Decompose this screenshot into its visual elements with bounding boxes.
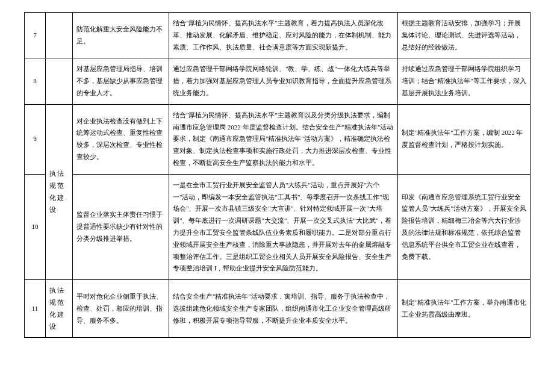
table-row: 10监督企业落实主体责任习惯于提普适性要求缺少有针对性的分类分级推进举措。一是在… [25,174,531,279]
issue-cell: 对企业执法检查没有做到上下统筹运动式检查、重复性检查较多，深层次检查、专业性检查… [73,104,169,174]
plan-cell: 结合安全生产"精准执法年"活动要求，寓培训、指导、服务于执法检查中，选拔组建危化… [169,280,398,338]
plan-cell: 通过应急管理干部网络学院网络轮训、"教、学、练、战"一体化大练兵等举措，着力加强… [169,58,398,104]
row-number: 10 [25,174,46,279]
progress-cell: 制定"精准执法年"工作方案，举办南通市化工企业筠霞高级由摩班。 [398,280,531,338]
category-cell: 执法规范化建设 [46,280,73,338]
category-cell [46,13,73,58]
issue-cell: 监督企业落实主体责任习惯于提普适性要求缺少有针对性的分类分级推进举措。 [73,174,169,279]
plan-cell: 结合"厚植为民情怀、提高执法水平"主题教育，着力提高执法人员深化改革、推动发展、… [169,13,398,58]
category-cell: 执法规范化建设 [46,104,73,279]
progress-cell: 印发《南通市应急管理系统工贸行业安全监管人员"大练兵"活动方案》，开展安全风险报… [398,174,531,279]
table-row: 7防范化解重大安全风险能力不足。结合"厚植为民情怀、提高执法水平"主题教育，着力… [25,13,531,58]
plan-cell: 一是在全市工贸行业开展安全监管人员"大练兵"活动，重点开展好"六个一"活动，即编… [169,174,398,279]
row-number: 11 [25,280,46,338]
issue-cell: 平时对危化企业侧重于执法、检查、处罚，相应的培训、指导、服务不多。 [73,280,169,338]
row-number: 8 [25,58,46,104]
document-table: 7防范化解重大安全风险能力不足。结合"厚植为民情怀、提高执法水平"主题教育，着力… [24,12,531,338]
progress-cell: 制定"精准执法年"工作方案，编制 2022 年度监督检查计划，严格按计划实施。 [398,104,531,174]
table-row: 8对基层应急管理局指导、培训不多，基层缺少从事应急管理的专业人才。通过应急管理干… [25,58,531,104]
row-number: 7 [25,13,46,58]
progress-cell: 根据主题教育活动安排，加强学习；开展集体讨论、理论测试、先进评选等活动，总结好的… [398,13,531,58]
plan-cell: 结合"厚植为民情怀、提高执法水平"主题教育以及分类分级执法要求，编制南通市应急管… [169,104,398,174]
table-row: 11执法规范化建设平时对危化企业侧重于执法、检查、处罚，相应的培训、指导、服务不… [25,280,531,338]
table-row: 9执法规范化建设对企业执法检查没有做到上下统筹运动式检查、重复性检查较多，深层次… [25,104,531,174]
issue-cell: 防范化解重大安全风险能力不足。 [73,13,169,58]
issue-cell: 对基层应急管理局指导、培训不多，基层缺少从事应急管理的专业人才。 [73,58,169,104]
progress-cell: 持续通过应急管理干部网络学院组织学习培训；结合"精准执法年"等工作要求，深入基层… [398,58,531,104]
category-cell [46,58,73,104]
row-number: 9 [25,104,46,174]
